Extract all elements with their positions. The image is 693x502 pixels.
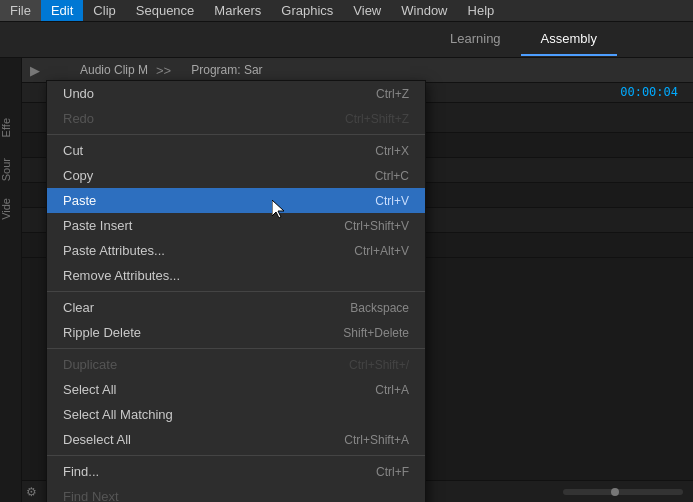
menu-view[interactable]: View — [343, 0, 391, 21]
menu-item-redo[interactable]: Redo Ctrl+Shift+Z — [47, 106, 425, 131]
video-panel-label: Vide — [0, 198, 22, 220]
menu-item-undo[interactable]: Undo Ctrl+Z — [47, 81, 425, 106]
menu-item-remove-attributes[interactable]: Remove Attributes... — [47, 263, 425, 288]
menu-item-select-all-label: Select All — [63, 382, 116, 397]
menu-item-undo-label: Undo — [63, 86, 94, 101]
menu-markers[interactable]: Markers — [204, 0, 271, 21]
menu-item-cut-shortcut: Ctrl+X — [375, 144, 409, 158]
menu-graphics[interactable]: Graphics — [271, 0, 343, 21]
menu-item-cut[interactable]: Cut Ctrl+X — [47, 138, 425, 163]
zoom-slider[interactable] — [563, 489, 683, 495]
menu-item-find-shortcut: Ctrl+F — [376, 465, 409, 479]
tab-bar: Learning Assembly — [0, 22, 693, 58]
menu-item-deselect-all-label: Deselect All — [63, 432, 131, 447]
effects-panel-label: Effe — [0, 118, 22, 137]
menu-item-copy[interactable]: Copy Ctrl+C — [47, 163, 425, 188]
menu-item-clear-label: Clear — [63, 300, 94, 315]
menu-item-duplicate-shortcut: Ctrl+Shift+/ — [349, 358, 409, 372]
menu-item-paste-attributes-label: Paste Attributes... — [63, 243, 165, 258]
menu-item-paste[interactable]: Paste Ctrl+V — [47, 188, 425, 213]
menu-item-ripple-delete[interactable]: Ripple Delete Shift+Delete — [47, 320, 425, 345]
menu-item-redo-shortcut: Ctrl+Shift+Z — [345, 112, 409, 126]
separator-1 — [47, 134, 425, 135]
menu-item-paste-insert[interactable]: Paste Insert Ctrl+Shift+V — [47, 213, 425, 238]
edit-dropdown-menu: Undo Ctrl+Z Redo Ctrl+Shift+Z Cut Ctrl+X… — [46, 80, 426, 502]
menu-item-ripple-delete-shortcut: Shift+Delete — [343, 326, 409, 340]
tab-learning[interactable]: Learning — [430, 23, 521, 56]
menu-item-paste-label: Paste — [63, 193, 96, 208]
chevron-right-icon: >> — [156, 63, 171, 78]
menu-item-copy-label: Copy — [63, 168, 93, 183]
main-area: Effe Sour Vide ▶ Audio Clip M >> Program… — [0, 58, 693, 502]
menu-clip[interactable]: Clip — [83, 0, 125, 21]
menu-item-paste-attributes-shortcut: Ctrl+Alt+V — [354, 244, 409, 258]
separator-2 — [47, 291, 425, 292]
menu-sequence[interactable]: Sequence — [126, 0, 205, 21]
menu-item-select-all-shortcut: Ctrl+A — [375, 383, 409, 397]
menu-item-paste-insert-shortcut: Ctrl+Shift+V — [344, 219, 409, 233]
menu-item-paste-attributes[interactable]: Paste Attributes... Ctrl+Alt+V — [47, 238, 425, 263]
menu-edit[interactable]: Edit — [41, 0, 83, 21]
menu-item-select-all-matching[interactable]: Select All Matching — [47, 402, 425, 427]
separator-3 — [47, 348, 425, 349]
menu-item-paste-insert-label: Paste Insert — [63, 218, 132, 233]
menu-help[interactable]: Help — [458, 0, 505, 21]
menu-item-paste-shortcut: Ctrl+V — [375, 194, 409, 208]
menu-item-cut-label: Cut — [63, 143, 83, 158]
menu-item-find[interactable]: Find... Ctrl+F — [47, 459, 425, 484]
menu-bar: File Edit Clip Sequence Markers Graphics… — [0, 0, 693, 22]
menu-window[interactable]: Window — [391, 0, 457, 21]
menu-item-ripple-delete-label: Ripple Delete — [63, 325, 141, 340]
menu-item-duplicate-label: Duplicate — [63, 357, 117, 372]
tab-assembly[interactable]: Assembly — [521, 23, 617, 56]
timeline-icon-2[interactable]: ⚙ — [26, 485, 37, 499]
menu-item-remove-attributes-label: Remove Attributes... — [63, 268, 180, 283]
menu-item-find-next[interactable]: Find Next — [47, 484, 425, 502]
source-panel-label: Sour — [0, 158, 22, 181]
menu-item-select-all-matching-label: Select All Matching — [63, 407, 173, 422]
menu-item-clear-shortcut: Backspace — [350, 301, 409, 315]
audio-clip-label: Audio Clip M — [80, 63, 148, 77]
menu-item-clear[interactable]: Clear Backspace — [47, 295, 425, 320]
menu-item-select-all[interactable]: Select All Ctrl+A — [47, 377, 425, 402]
separator-4 — [47, 455, 425, 456]
program-label: Program: Sar — [191, 63, 262, 77]
menu-item-duplicate[interactable]: Duplicate Ctrl+Shift+/ — [47, 352, 425, 377]
menu-item-undo-shortcut: Ctrl+Z — [376, 87, 409, 101]
menu-item-deselect-all-shortcut: Ctrl+Shift+A — [344, 433, 409, 447]
menu-item-deselect-all[interactable]: Deselect All Ctrl+Shift+A — [47, 427, 425, 452]
menu-file[interactable]: File — [0, 0, 41, 21]
menu-item-find-next-label: Find Next — [63, 489, 119, 502]
timecode: 00:00:04 — [620, 85, 678, 99]
menu-item-copy-shortcut: Ctrl+C — [375, 169, 409, 183]
menu-item-redo-label: Redo — [63, 111, 94, 126]
menu-item-find-label: Find... — [63, 464, 99, 479]
